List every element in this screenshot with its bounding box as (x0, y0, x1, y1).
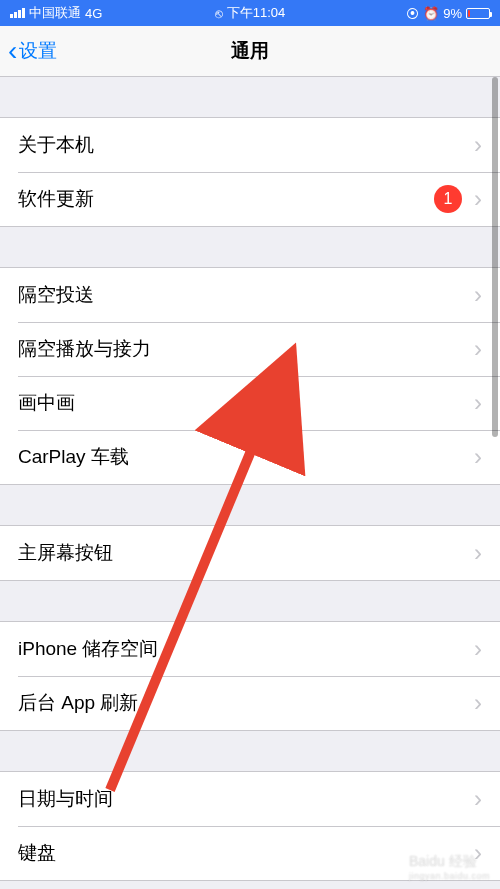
status-bar: 中国联通 4G ⎋ 下午11:04 ⦿ ⏰ 9% (0, 0, 500, 26)
row-label: 日期与时间 (18, 786, 474, 812)
battery-icon (466, 8, 490, 19)
settings-row[interactable]: 隔空投送› (0, 268, 500, 322)
notification-badge: 1 (434, 185, 462, 213)
chevron-right-icon: › (474, 185, 482, 213)
back-button[interactable]: ‹ 设置 (0, 37, 65, 65)
row-label: 隔空投送 (18, 282, 474, 308)
chevron-left-icon: ‹ (8, 37, 17, 65)
row-label: 主屏幕按钮 (18, 540, 474, 566)
network-label: 4G (85, 6, 102, 21)
back-label: 设置 (19, 38, 57, 64)
group-spacer (0, 731, 500, 771)
settings-row[interactable]: 日期与时间› (0, 772, 500, 826)
chevron-right-icon: › (474, 443, 482, 471)
settings-group: iPhone 储存空间›后台 App 刷新› (0, 621, 500, 731)
orientation-lock-icon: ⦿ (406, 6, 419, 21)
settings-group: 主屏幕按钮› (0, 525, 500, 581)
carrier-label: 中国联通 (29, 4, 81, 22)
chevron-right-icon: › (474, 335, 482, 363)
page-title: 通用 (231, 38, 269, 64)
content-scroll[interactable]: 关于本机›软件更新1›隔空投送›隔空播放与接力›画中画›CarPlay 车载›主… (0, 77, 500, 889)
nav-bar: ‹ 设置 通用 (0, 26, 500, 77)
status-center: ⎋ 下午11:04 (215, 4, 286, 22)
chevron-right-icon: › (474, 281, 482, 309)
status-right: ⦿ ⏰ 9% (406, 6, 490, 21)
row-label: 隔空播放与接力 (18, 336, 474, 362)
settings-row[interactable]: 后台 App 刷新› (0, 676, 500, 730)
chevron-right-icon: › (474, 785, 482, 813)
settings-group: 日期与时间›键盘› (0, 771, 500, 881)
row-label: 软件更新 (18, 186, 434, 212)
row-label: CarPlay 车载 (18, 444, 474, 470)
settings-row[interactable]: 画中画› (0, 376, 500, 430)
chevron-right-icon: › (474, 389, 482, 417)
chevron-right-icon: › (474, 539, 482, 567)
row-label: iPhone 储存空间 (18, 636, 474, 662)
group-spacer (0, 581, 500, 621)
chevron-right-icon: › (474, 635, 482, 663)
settings-row[interactable]: iPhone 储存空间› (0, 622, 500, 676)
settings-row[interactable]: CarPlay 车载› (0, 430, 500, 484)
group-spacer (0, 77, 500, 117)
time-label: 下午11:04 (227, 4, 286, 22)
status-left: 中国联通 4G (10, 4, 102, 22)
row-label: 关于本机 (18, 132, 474, 158)
settings-row[interactable]: 关于本机› (0, 118, 500, 172)
chevron-right-icon: › (474, 131, 482, 159)
row-label: 键盘 (18, 840, 474, 866)
scrollbar-thumb[interactable] (492, 77, 498, 437)
settings-group: 关于本机›软件更新1› (0, 117, 500, 227)
settings-row[interactable]: 键盘› (0, 826, 500, 880)
row-label: 画中画 (18, 390, 474, 416)
settings-row[interactable]: 主屏幕按钮› (0, 526, 500, 580)
group-spacer (0, 227, 500, 267)
settings-group: 隔空投送›隔空播放与接力›画中画›CarPlay 车载› (0, 267, 500, 485)
signal-icon (10, 8, 25, 18)
chevron-right-icon: › (474, 689, 482, 717)
settings-row[interactable]: 隔空播放与接力› (0, 322, 500, 376)
alarm-icon: ⏰ (423, 6, 439, 21)
settings-row[interactable]: 软件更新1› (0, 172, 500, 226)
battery-percent: 9% (443, 6, 462, 21)
row-label: 后台 App 刷新 (18, 690, 474, 716)
group-spacer (0, 485, 500, 525)
chevron-right-icon: › (474, 839, 482, 867)
hotspot-icon: ⎋ (215, 6, 223, 21)
